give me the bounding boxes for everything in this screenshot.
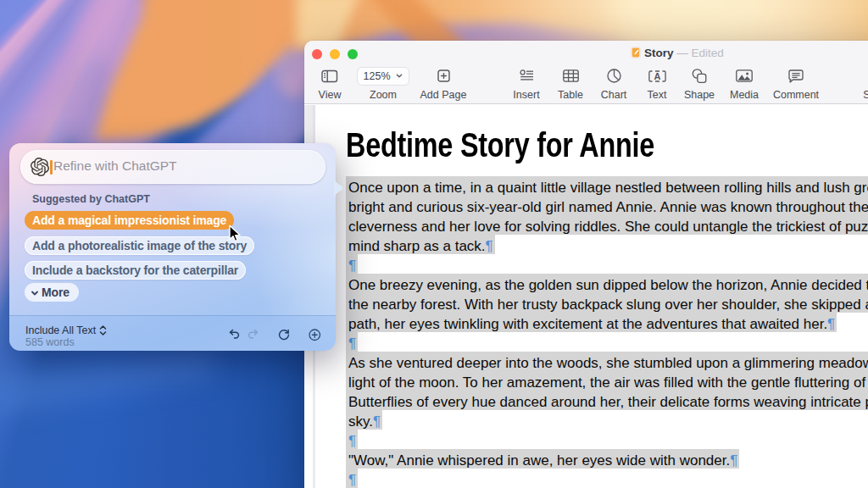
svg-text:A: A bbox=[654, 70, 660, 80]
